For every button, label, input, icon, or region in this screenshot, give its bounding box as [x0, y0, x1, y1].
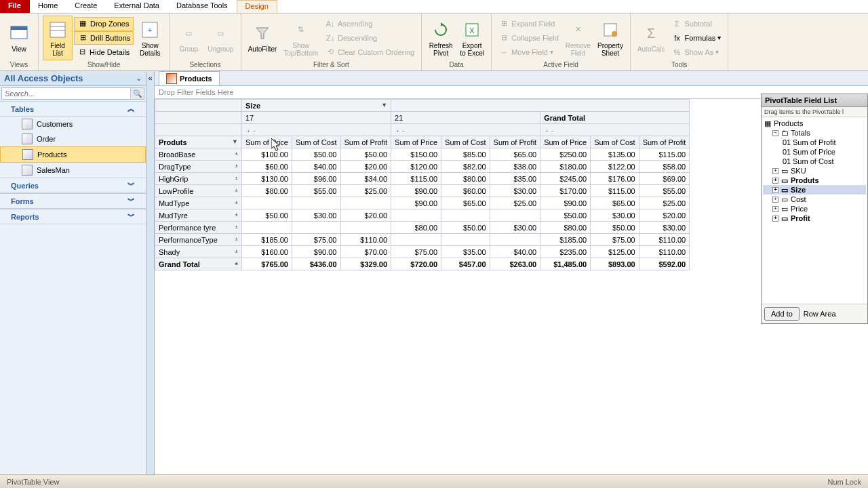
plus-icon[interactable]: +	[772, 187, 778, 193]
pivot-cell[interactable]: $125.00	[591, 246, 639, 258]
fl-products[interactable]: ▦Products	[763, 119, 866, 128]
pivot-cell[interactable]: $130.00	[242, 173, 292, 185]
tab-design[interactable]: Design	[237, 0, 277, 13]
pivot-row-DragType[interactable]: DragType±	[155, 161, 242, 173]
nav-collapse-button[interactable]: «	[146, 71, 155, 474]
pivot-cell[interactable]: $30.00	[639, 222, 690, 234]
pivot-cell[interactable]: $96.00	[292, 173, 340, 185]
formulas-button[interactable]: fxFormulas ▾	[669, 31, 724, 45]
pivot-cell[interactable]: $25.00	[340, 185, 391, 197]
pivot-cell[interactable]: $50.00	[591, 222, 639, 234]
tab-external-data[interactable]: External Data	[106, 0, 168, 13]
nav-cat-reports[interactable]: Reports︾	[0, 209, 146, 224]
pivot-cell[interactable]: $135.00	[591, 148, 639, 161]
pivot-cell[interactable]	[340, 222, 391, 234]
pivot-cell[interactable]: $35.00	[490, 173, 540, 185]
pivot-cell[interactable]: $20.00	[639, 209, 690, 222]
pivot-cell[interactable]	[490, 234, 540, 246]
refresh-button[interactable]: Refresh Pivot	[426, 16, 456, 60]
fl-sumcost[interactable]: 01Sum of Cost	[763, 157, 866, 166]
pivot-cell[interactable]: $60.00	[441, 185, 490, 197]
pivot-cell[interactable]: $25.00	[639, 197, 690, 209]
drill-pm-icon[interactable]: ±	[231, 224, 238, 230]
pivot-cell[interactable]: $115.00	[391, 173, 441, 185]
rowarea-select[interactable]: Row Area	[804, 310, 836, 318]
group-button[interactable]: ▭Group	[174, 16, 203, 60]
pivot-cell[interactable]: $55.00	[292, 185, 340, 197]
pivot-cell[interactable]	[391, 234, 441, 246]
addto-button[interactable]: Add to	[764, 307, 800, 321]
search-input[interactable]	[2, 88, 130, 99]
fl-sku[interactable]: +▭SKU	[763, 166, 866, 176]
pivot-cell[interactable]: $38.00	[490, 161, 540, 173]
pivot-cell[interactable]: $20.00	[340, 161, 391, 173]
drill-pm-icon[interactable]: ±	[231, 248, 238, 254]
pivot-cell[interactable]: $30.00	[490, 185, 540, 197]
pivot-cell[interactable]: $34.00	[340, 173, 391, 185]
movefield-button[interactable]: ↔Move Field ▾	[496, 45, 561, 59]
pivot-row-BroadBase[interactable]: BroadBase±	[155, 148, 242, 161]
collapsefield-button[interactable]: ⊟Collapse Field	[496, 31, 561, 45]
drill-toggle[interactable]: + −	[245, 128, 258, 134]
minus-icon[interactable]: −	[772, 130, 778, 136]
tab-file[interactable]: File	[0, 0, 30, 13]
pivot-cell[interactable]: $75.00	[591, 234, 639, 246]
pivot-cell[interactable]: $30.00	[490, 222, 540, 234]
pivot-cell[interactable]: $50.00	[441, 222, 490, 234]
pivot-cell[interactable]: $170.00	[540, 185, 591, 197]
pivot-cell[interactable]	[242, 222, 292, 234]
ungroup-button[interactable]: ▭Ungroup	[205, 16, 236, 60]
subtotal-button[interactable]: ΣSubtotal	[669, 17, 724, 30]
pivot-cell[interactable]: $235.00	[540, 246, 591, 258]
tab-create[interactable]: Create	[66, 0, 106, 13]
pivot-cell[interactable]: $85.00	[441, 148, 490, 161]
pivot-cell[interactable]: $25.00	[490, 197, 540, 209]
fl-sumprice[interactable]: 01Sum of Price	[763, 147, 866, 157]
pivot-cell[interactable]: $115.00	[639, 148, 690, 161]
descending-button[interactable]: Z↓Descending	[322, 31, 417, 45]
pivot-row-LowProfile[interactable]: LowProfile±	[155, 185, 242, 197]
fl-sumprofit[interactable]: 01Sum of Profit	[763, 138, 866, 147]
search-button[interactable]: 🔍	[130, 88, 144, 99]
pivot-cell[interactable]: $80.00	[441, 173, 490, 185]
pivot-cell[interactable]: $50.00	[292, 148, 340, 161]
plus-icon[interactable]: +	[772, 178, 778, 184]
pivot-cell[interactable]: $50.00	[242, 209, 292, 222]
nav-item-salesman[interactable]: SalesMan	[0, 163, 146, 178]
pivot-cell[interactable]: $150.00	[391, 148, 441, 161]
pivot-cell[interactable]	[292, 222, 340, 234]
pivot-colval-21[interactable]: 21	[391, 112, 540, 124]
pivot-cell[interactable]	[340, 197, 391, 209]
hidedetails-button[interactable]: ⊟Hide Details	[74, 45, 134, 59]
drill-pm-icon[interactable]: ±	[231, 211, 238, 218]
pivot-cell[interactable]: $110.00	[639, 246, 690, 258]
drill-pm-icon[interactable]: ±	[231, 236, 238, 242]
pivot-row-Performance-tyre[interactable]: Performance tyre±	[155, 222, 242, 234]
drill-pm-icon[interactable]: ±	[231, 163, 238, 169]
drill-pm-icon[interactable]: ±	[231, 187, 238, 193]
showas-button[interactable]: %Show As ▾	[669, 45, 724, 59]
doc-tab-products[interactable]: Products	[159, 71, 220, 85]
pivot-cell[interactable]: $60.00	[242, 161, 292, 173]
drill-pm-icon[interactable]: ±	[231, 175, 238, 181]
pivot-cell[interactable]: $65.00	[441, 197, 490, 209]
fl-totals[interactable]: −🗀Totals	[763, 128, 866, 138]
view-button[interactable]: View	[4, 16, 34, 60]
tab-home[interactable]: Home	[30, 0, 66, 13]
expandfield-button[interactable]: ⊞Expand Field	[496, 17, 561, 30]
clearorder-button[interactable]: ⟲Clear Custom Ordering	[322, 45, 417, 59]
pivot-cell[interactable]: $90.00	[391, 185, 441, 197]
pivot-cell[interactable]: $65.00	[591, 197, 639, 209]
pivot-row-PerformanceType[interactable]: PerformanceType±	[155, 234, 242, 246]
pivot-cell[interactable]	[441, 209, 490, 222]
drillbuttons-button[interactable]: ⊞Drill Buttons	[74, 31, 134, 45]
nav-item-customers[interactable]: Customers	[0, 117, 146, 131]
pivot-cell[interactable]	[242, 197, 292, 209]
drill-toggle[interactable]: + −	[395, 128, 408, 134]
pivot-cell[interactable]: $90.00	[391, 197, 441, 209]
pivot-row-MudType[interactable]: MudType±	[155, 197, 242, 209]
pivot-cell[interactable]: $50.00	[340, 148, 391, 161]
showdetails-button[interactable]: + Show Details	[135, 16, 165, 60]
pivot-cell[interactable]: $40.00	[490, 246, 540, 258]
pivot-cell[interactable]: $122.00	[591, 161, 639, 173]
